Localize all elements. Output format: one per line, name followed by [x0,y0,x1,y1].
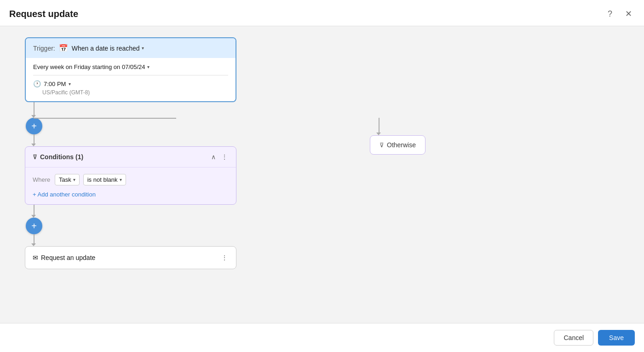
otherwise-filter-icon: ⊽ [380,142,384,149]
branch-col-left: + ⊽ Conditions (1) ∧ ⋮ [25,118,236,205]
connector-conditions-plus2 [34,205,34,215]
dialog-header: Request update ? ✕ [0,0,644,26]
dialog-footer: Cancel Save [0,323,644,352]
trigger-label: Trigger: [33,45,55,52]
trigger-body: Every week on Friday starting on 07/05/2… [26,58,236,101]
schedule-row: Every week on Friday starting on 07/05/2… [33,63,228,75]
schedule-text: Every week on Friday starting on 07/05/2… [33,63,145,70]
branch-horizontal-line [34,118,176,119]
flow-container: Trigger: 📅 When a date is reached ▾ Ever… [11,37,633,269]
branch-col-right: ⊽ Otherwise [370,118,426,155]
close-button[interactable]: ✕ [622,7,635,20]
plus-button-1[interactable]: + [26,118,42,134]
time-row: 🕐 7:00 PM ▾ [33,80,228,87]
dialog-content: Trigger: 📅 When a date is reached ▾ Ever… [0,26,644,323]
trigger-type-text: When a date is reached [72,45,140,52]
save-button[interactable]: Save [598,330,635,346]
connector-plus-conditions [34,134,34,144]
operator-dropdown[interactable]: is not blank ▾ [83,174,126,185]
otherwise-block: ⊽ Otherwise [370,135,426,155]
time-dropdown-arrow: ▾ [69,81,71,87]
plus-button-2[interactable]: + [26,218,42,234]
trigger-header: Trigger: 📅 When a date is reached ▾ [26,38,236,58]
trigger-block: Trigger: 📅 When a date is reached ▾ Ever… [25,37,236,102]
conditions-block: ⊽ Conditions (1) ∧ ⋮ Where [25,146,236,205]
field-dropdown-arrow: ▾ [73,177,75,182]
add-condition-button[interactable]: + Add another condition [33,191,96,198]
field-dropdown[interactable]: Task ▾ [55,174,80,185]
timezone-text: US/Pacific (GMT-8) [33,89,228,96]
trigger-value: When a date is reached ▾ [72,45,144,52]
otherwise-label: Otherwise [387,141,416,149]
connector-right-otherwise [379,118,380,133]
request-title: ✉ Request an update [33,254,95,261]
header-icons: ? ✕ [604,7,635,20]
help-button[interactable]: ? [604,7,616,20]
connector-plus2-request [34,234,34,243]
branch-wrapper: + ⊽ Conditions (1) ∧ ⋮ [25,118,426,205]
trigger-dropdown-arrow: ▾ [142,46,144,51]
request-more-button[interactable]: ⋮ [220,253,229,262]
request-block: ✉ Request an update ⋮ [25,246,236,269]
conditions-more-button[interactable]: ⋮ [220,152,229,162]
conditions-collapse-button[interactable]: ∧ [210,152,217,162]
add-condition-text: + Add another condition [33,191,96,198]
clock-icon: 🕐 [33,80,41,87]
conditions-title-text: Conditions (1) [40,153,83,161]
schedule-dropdown-arrow: ▾ [147,64,150,69]
dialog: Request update ? ✕ Trigger: 📅 When a dat… [0,0,644,352]
operator-dropdown-text: is not blank [87,176,118,183]
where-row: Where Task ▾ is not blank ▾ [33,174,229,185]
conditions-header: ⊽ Conditions (1) ∧ ⋮ [25,147,236,167]
conditions-title: ⊽ Conditions (1) [33,153,83,161]
conditions-actions: ∧ ⋮ [210,152,229,162]
where-label: Where [33,176,51,183]
time-text: 7:00 PM [44,81,66,87]
request-icon: ✉ [33,254,38,261]
connector-trigger-plus [34,102,34,115]
conditions-body: Where Task ▾ is not blank ▾ [25,167,236,204]
request-title-text: Request an update [41,254,95,261]
calendar-icon: 📅 [59,44,68,52]
cancel-button[interactable]: Cancel [554,330,593,346]
filter-icon: ⊽ [33,154,37,161]
operator-dropdown-arrow: ▾ [120,177,122,182]
field-dropdown-text: Task [59,176,71,183]
dialog-title: Request update [9,9,78,19]
